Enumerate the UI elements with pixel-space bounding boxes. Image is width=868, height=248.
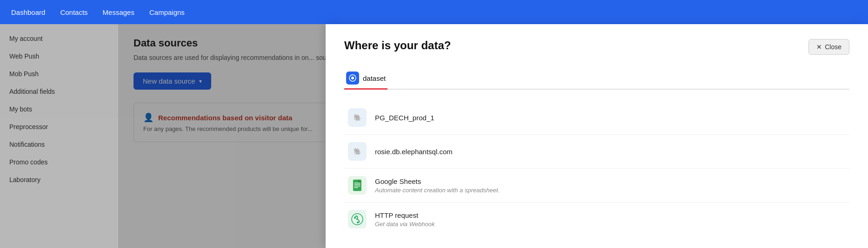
datasource-item-google-sheets[interactable]: Google SheetsAutomate content creation w… xyxy=(344,169,849,202)
elephant-icon: 🐘 xyxy=(348,108,367,127)
svg-rect-9 xyxy=(354,186,361,187)
datasource-item-http-request[interactable]: HTTP requestGet data via Webhook xyxy=(344,202,849,236)
modal-header: Where is your data? ✕ Close xyxy=(344,39,849,55)
tab-dataset[interactable]: dataset xyxy=(344,68,387,90)
nav-item-messages[interactable]: Messages xyxy=(103,7,134,18)
close-label: Close xyxy=(825,43,841,51)
datasource-name: rosie.db.elephantsql.com xyxy=(375,148,453,156)
modal-overlay: Where is your data? ✕ Close dataset xyxy=(0,24,868,248)
nav-item-dashboard[interactable]: Dashboard xyxy=(11,7,45,18)
modal-spacer xyxy=(0,24,326,248)
svg-point-1 xyxy=(351,77,354,79)
svg-rect-10 xyxy=(354,187,358,188)
dataset-tab-icon xyxy=(346,72,359,85)
close-button[interactable]: ✕ Close xyxy=(808,39,849,55)
svg-point-12 xyxy=(354,217,356,219)
google-sheets-icon xyxy=(348,176,367,195)
datasource-info: Google SheetsAutomate content creation w… xyxy=(375,177,500,194)
datasource-description: Automate content creation with a spreads… xyxy=(375,187,500,194)
svg-rect-8 xyxy=(354,184,361,185)
dataset-icon-svg xyxy=(349,74,356,82)
datasource-description: Get data via Webhook xyxy=(375,221,434,228)
datasource-name: HTTP request xyxy=(375,211,434,219)
modal-panel: Where is your data? ✕ Close dataset xyxy=(326,24,868,248)
datasource-info: rosie.db.elephantsql.com xyxy=(375,148,453,156)
elephant-icon: 🐘 xyxy=(348,142,367,161)
datasource-name: Google Sheets xyxy=(375,177,500,185)
datasource-item-rosie-elephant[interactable]: 🐘 rosie.db.elephantsql.com xyxy=(344,135,849,169)
webhook-icon xyxy=(348,210,367,228)
datasource-list: 🐘 PG_DECH_prod_1 🐘 rosie.db.elephantsql.… xyxy=(344,101,849,236)
svg-text:🐘: 🐘 xyxy=(354,148,362,156)
svg-text:🐘: 🐘 xyxy=(354,114,362,122)
modal-title: Where is your data? xyxy=(344,39,451,52)
datasource-item-pg-dech[interactable]: 🐘 PG_DECH_prod_1 xyxy=(344,101,849,135)
modal-tabs: dataset xyxy=(344,68,849,90)
svg-rect-7 xyxy=(354,183,361,183)
nav-item-campaigns[interactable]: Campaigns xyxy=(149,7,185,18)
nav-item-contacts[interactable]: Contacts xyxy=(60,7,87,18)
top-nav: DashboardContactsMessagesCampaigns xyxy=(0,0,868,24)
svg-point-13 xyxy=(357,222,359,223)
datasource-info: PG_DECH_prod_1 xyxy=(375,114,434,122)
datasource-info: HTTP requestGet data via Webhook xyxy=(375,211,434,228)
datasource-name: PG_DECH_prod_1 xyxy=(375,114,434,122)
close-x-icon: ✕ xyxy=(816,43,822,51)
tab-dataset-label: dataset xyxy=(363,74,386,82)
